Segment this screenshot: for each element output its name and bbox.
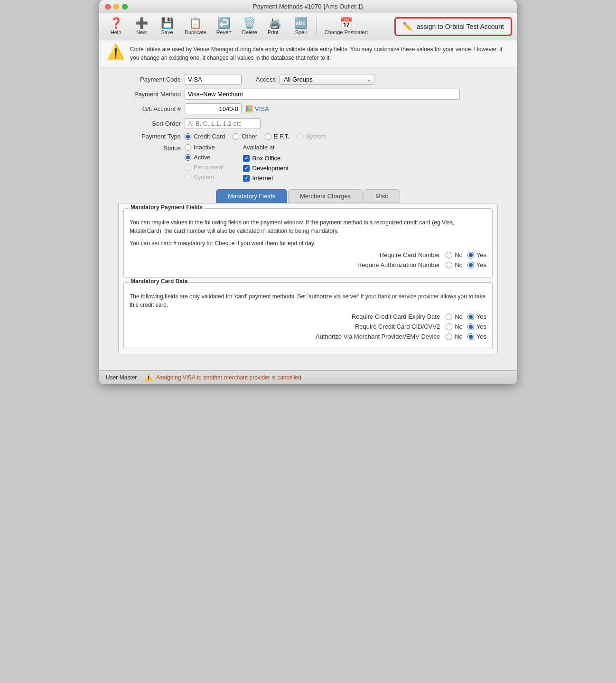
available-development[interactable]: Development: [243, 165, 289, 172]
save-button[interactable]: 💾 Save: [155, 16, 179, 37]
require-expiry-yes-radio[interactable]: [467, 314, 474, 320]
available-internet[interactable]: Internet: [243, 175, 289, 182]
system-status-radio: [185, 174, 191, 181]
delete-button[interactable]: 🗑️ Delete: [238, 16, 261, 37]
require-auth-no[interactable]: No: [446, 261, 463, 268]
revert-icon: ↩️: [217, 18, 230, 28]
payment-type-credit-card[interactable]: Credit Card: [185, 133, 225, 140]
save-icon: 💾: [161, 18, 174, 28]
credit-card-radio[interactable]: [185, 133, 191, 140]
form-area: Payment Code Access All Groups ⌄ Payment…: [99, 67, 517, 370]
box-office-checkbox[interactable]: [243, 155, 250, 162]
require-card-no-radio[interactable]: [446, 252, 452, 258]
require-expiry-yes[interactable]: Yes: [467, 313, 486, 320]
access-select[interactable]: All Groups: [280, 74, 374, 85]
authorize-emv-row: Authorize Via Merchant Provider/EMV Devi…: [130, 333, 486, 340]
payment-method-label: Payment Method: [109, 91, 185, 98]
print-button[interactable]: 🖨️ Print...: [263, 16, 287, 37]
require-cvv-no[interactable]: No: [446, 323, 463, 330]
revert-button[interactable]: ↩️ Revert: [212, 16, 236, 37]
status-inactive[interactable]: Inactive: [185, 144, 224, 151]
eft-radio[interactable]: [265, 133, 271, 140]
new-button[interactable]: ➕ New: [130, 16, 153, 37]
require-card-no[interactable]: No: [446, 251, 463, 258]
require-expiry-group: No Yes: [446, 313, 486, 320]
eft-label: E.F.T.: [274, 133, 289, 140]
require-card-yes[interactable]: Yes: [467, 251, 486, 258]
status-user: User Master: [106, 374, 137, 381]
require-card-yes-radio[interactable]: [467, 252, 474, 258]
other-radio[interactable]: [233, 133, 239, 140]
assign-button[interactable]: ✏️ assign to Orbital Test Account: [394, 17, 512, 36]
require-expiry-no-radio[interactable]: [446, 314, 452, 320]
warning-icon: ⚠️: [107, 45, 124, 59]
active-radio[interactable]: [185, 154, 191, 161]
authorize-emv-no-radio[interactable]: [446, 333, 452, 340]
maximize-button[interactable]: [122, 4, 128, 9]
require-auth-no-radio[interactable]: [446, 262, 452, 268]
require-cvv-group: No Yes: [446, 323, 486, 330]
status-warning-icon: ⚠️: [144, 374, 152, 381]
status-available-row: Status Inactive Active Permanent: [109, 144, 507, 182]
status-available-group: Inactive Active Permanent System: [185, 144, 289, 182]
gl-link-label: VISA: [255, 105, 269, 112]
credit-card-label: Credit Card: [194, 133, 225, 140]
authorize-emv-label: Authorize Via Merchant Provider/EMV Devi…: [130, 333, 446, 340]
tab-merchant-charges[interactable]: Merchant Charges: [288, 189, 363, 203]
payment-code-row: Payment Code Access All Groups ⌄: [109, 74, 507, 85]
require-expiry-no[interactable]: No: [446, 313, 463, 320]
development-label: Development: [252, 165, 289, 172]
sort-order-input[interactable]: [185, 118, 261, 129]
authorize-emv-yes-label: Yes: [476, 333, 486, 340]
link-icon: 🖼️: [245, 105, 253, 112]
development-checkbox[interactable]: [243, 165, 250, 172]
internet-checkbox[interactable]: [243, 175, 250, 182]
statusbar: User Master ⚠️ Assigning VISA to another…: [99, 370, 517, 384]
tab-misc[interactable]: Misc: [364, 189, 400, 203]
available-box-office[interactable]: Box Office: [243, 155, 289, 162]
require-cvv-yes-radio[interactable]: [467, 323, 474, 330]
minimize-button[interactable]: [113, 4, 119, 9]
print-icon: 🖨️: [269, 18, 281, 28]
main-window: Payment Methods #1070 {Ams Outlet 1} ❓ H…: [99, 0, 517, 384]
tab-content: Mandatory Payment Fields You can require…: [118, 203, 498, 354]
warning-text: Code tables are used by Venue Manager du…: [130, 45, 509, 62]
require-cvv-yes[interactable]: Yes: [467, 323, 486, 330]
mandatory-payment-fields-desc1: You can require values in the following …: [130, 218, 486, 235]
status-column: Inactive Active Permanent System: [185, 144, 224, 182]
available-at-header-row: Available at: [243, 144, 289, 152]
status-label: Status: [109, 144, 185, 152]
payment-code-input[interactable]: [185, 74, 242, 85]
require-cvv-no-radio[interactable]: [446, 323, 452, 330]
gl-account-link[interactable]: 🖼️ VISA: [245, 105, 269, 112]
duplicate-button[interactable]: 📋 Duplicate: [181, 16, 210, 37]
authorize-emv-no[interactable]: No: [446, 333, 463, 340]
require-auth-number-group: No Yes: [446, 261, 486, 268]
require-auth-yes-radio[interactable]: [467, 262, 474, 268]
payment-type-other[interactable]: Other: [233, 133, 257, 140]
require-auth-yes[interactable]: Yes: [467, 261, 486, 268]
require-expiry-yes-label: Yes: [476, 313, 486, 320]
authorize-emv-group: No Yes: [446, 333, 486, 340]
tab-mandatory-fields[interactable]: Mandatory Fields: [216, 189, 287, 203]
available-at-label: Available at: [243, 144, 275, 151]
change-postdated-button[interactable]: 📅 Change Postdated: [321, 16, 372, 37]
access-label: Access: [242, 76, 280, 83]
authorize-emv-yes-radio[interactable]: [467, 333, 474, 340]
close-button[interactable]: [105, 4, 111, 9]
duplicate-icon: 📋: [189, 18, 202, 28]
payment-method-input[interactable]: [185, 89, 460, 100]
status-active[interactable]: Active: [185, 154, 224, 161]
inactive-radio[interactable]: [185, 144, 191, 151]
payment-type-eft[interactable]: E.F.T.: [265, 133, 289, 140]
delete-icon: 🗑️: [243, 18, 256, 28]
assign-label: assign to Orbital Test Account: [417, 23, 504, 30]
system-label: System: [306, 133, 327, 140]
require-cvv-row: Require Credit Card CID/CVV2 No Yes: [130, 323, 486, 330]
require-expiry-no-label: No: [455, 313, 463, 320]
help-button[interactable]: ❓ Help: [104, 16, 128, 37]
gl-account-input[interactable]: [185, 103, 242, 114]
spell-button[interactable]: 🔤 Spell: [289, 16, 313, 37]
authorize-emv-yes[interactable]: Yes: [467, 333, 486, 340]
permanent-label: Permanent: [194, 164, 224, 171]
